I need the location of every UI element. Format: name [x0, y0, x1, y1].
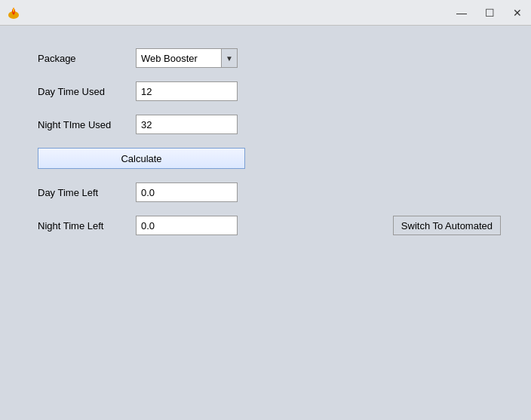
minimize-button[interactable]: —	[453, 6, 470, 20]
package-select[interactable]: Web Booster Basic Premium	[136, 48, 238, 68]
close-button[interactable]: ✕	[510, 6, 525, 20]
night-time-left-input[interactable]	[136, 216, 238, 235]
day-time-left-label: Day Time Left	[38, 187, 136, 198]
package-select-wrapper: Web Booster Basic Premium ▼	[136, 48, 238, 68]
package-row: Package Web Booster Basic Premium ▼	[38, 48, 493, 68]
day-time-used-row: Day Time Used	[38, 81, 493, 101]
title-bar-controls: — ☐ ✕	[453, 6, 525, 20]
maximize-button[interactable]: ☐	[482, 6, 498, 20]
night-time-used-row: Night TIme Used	[38, 115, 493, 134]
bottom-rows: Day Time Left Night Time Left Switch To …	[38, 182, 493, 235]
day-time-used-input[interactable]	[136, 81, 238, 101]
night-time-left-label: Night Time Left	[38, 220, 136, 231]
app-icon	[6, 5, 21, 20]
calculate-button[interactable]: Calculate	[38, 148, 245, 169]
night-time-used-input[interactable]	[136, 115, 238, 134]
title-bar-left	[6, 5, 21, 20]
package-label: Package	[38, 53, 136, 64]
day-time-left-row: Day Time Left	[38, 182, 493, 202]
day-time-used-label: Day Time Used	[38, 86, 136, 97]
day-time-left-input[interactable]	[136, 182, 238, 202]
title-bar: — ☐ ✕	[0, 0, 531, 26]
main-content: Package Web Booster Basic Premium ▼ Day …	[0, 26, 531, 271]
night-time-left-row: Night Time Left Switch To Automated	[38, 216, 493, 235]
calculate-row: Calculate	[38, 148, 493, 169]
switch-to-automated-button[interactable]: Switch To Automated	[393, 216, 501, 235]
night-time-used-label: Night TIme Used	[38, 119, 136, 130]
